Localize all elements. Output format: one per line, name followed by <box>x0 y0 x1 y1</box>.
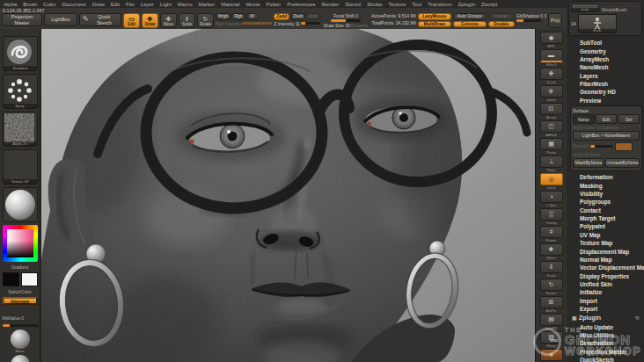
interact-button[interactable]: Interact <box>488 13 515 20</box>
tray-section[interactable]: Masking <box>568 181 642 189</box>
quick-sketch-button[interactable]: ✎ Quick Sketch <box>79 13 121 26</box>
tray-section[interactable]: ArrayMesh <box>568 55 642 63</box>
tray-section[interactable]: Preview <box>568 97 642 105</box>
main-color-swatch[interactable] <box>3 272 19 286</box>
alternate-button[interactable]: Alternate <box>3 297 38 305</box>
shelf-tool-button[interactable]: ◑ L.Sym <box>539 191 564 207</box>
menu-item[interactable]: Render <box>322 2 340 7</box>
menu-item[interactable]: Alpha <box>4 2 17 7</box>
menu-item[interactable]: Edit <box>111 2 120 7</box>
lightbox-button[interactable]: LightBox <box>44 13 77 26</box>
shelf-tool-button[interactable]: ✚ Move <box>539 243 564 260</box>
menu-item[interactable]: Picker <box>267 2 282 7</box>
tray-section[interactable]: Displacement Map <box>568 247 642 255</box>
gbl-shadow-slider[interactable] <box>516 19 541 22</box>
rgb-intensity-slider[interactable] <box>242 22 272 25</box>
menu-item[interactable]: Draw <box>92 2 105 7</box>
sculpt-viewport[interactable] <box>41 29 535 362</box>
rotate-button[interactable]: ↻Rotate <box>197 13 214 28</box>
menu-item[interactable]: Zscript <box>481 2 497 7</box>
menu-item[interactable]: Document <box>62 2 85 7</box>
tray-section[interactable]: FiberMesh <box>568 80 642 88</box>
zplugin-item[interactable]: Auto Update <box>568 322 642 330</box>
shelf-tool-button[interactable]: ⊥ Floor <box>539 156 564 172</box>
proj-button[interactable]: Proj <box>548 13 562 28</box>
menu-item[interactable]: Texture <box>389 2 406 7</box>
zplugin-item[interactable]: QuickSketch <box>568 356 642 362</box>
zadd-button[interactable]: Zadd <box>274 13 289 20</box>
lazymouse-button[interactable]: LazyMouse <box>418 13 451 20</box>
menu-item[interactable]: Tool <box>412 2 421 7</box>
tray-section[interactable]: Texture Map <box>568 239 642 247</box>
shelf-tool-button[interactable]: # Frame <box>539 226 564 243</box>
move-button[interactable]: ✥Move <box>160 13 177 28</box>
colorize-button[interactable]: Colorize <box>453 21 487 28</box>
rgb-button[interactable]: Rgb <box>231 13 245 20</box>
material-preview[interactable] <box>3 187 38 222</box>
shelf-tool-button[interactable]: ◫ AAHalf <box>539 120 564 137</box>
menu-item[interactable]: Light <box>160 2 172 7</box>
multidraw-button[interactable]: MultiDraw <box>418 21 451 28</box>
tool-thumbnail[interactable]: body <box>571 4 599 12</box>
shelf-tool-button[interactable]: ▤ LineFill <box>539 314 564 330</box>
brush-preview[interactable]: Standard <box>3 36 38 71</box>
lightbox-noisemakers-button[interactable]: LightBox > NoiseMakers <box>573 131 640 141</box>
shelf-tool-button[interactable]: ◉ BPR <box>539 32 564 48</box>
shelf-tool-button[interactable]: ■ Solo <box>539 349 564 362</box>
texture-preview[interactable]: Texture Off <box>3 149 38 185</box>
shelf-tool-button[interactable]: ◎ Local <box>539 173 564 190</box>
shelf-tool-button[interactable]: ⊕ Zoom <box>539 85 564 102</box>
shelf-tool-button[interactable]: ⇕ Scale <box>539 261 564 278</box>
projection-master-button[interactable]: Projection Master <box>2 13 42 26</box>
zplugin-item[interactable]: Projection Master <box>568 348 642 356</box>
zplugin-item[interactable]: Misc Utilities <box>568 331 642 339</box>
midvalue-slider[interactable] <box>3 324 38 327</box>
shelf-tool-button[interactable]: ▨ Ramp <box>539 331 564 348</box>
zsub-button[interactable]: Zsub <box>290 13 305 20</box>
alpha-preview[interactable]: Alpha 23 <box>3 112 38 147</box>
menu-item[interactable]: Stroke <box>367 2 382 7</box>
tray-section[interactable]: Vector Displacement Map <box>568 264 642 272</box>
shelf-tool-button[interactable]: ▒ Transp <box>539 208 564 225</box>
menu-item[interactable]: Movie <box>246 2 260 7</box>
noise-del-button[interactable]: Del <box>618 114 640 124</box>
tray-section[interactable]: NanoMesh <box>568 63 642 71</box>
mrgb-button[interactable]: Mrgb <box>216 13 231 20</box>
menu-item[interactable]: Color <box>43 2 55 7</box>
zplugin-item[interactable]: Deactivation <box>568 339 642 347</box>
tray-section[interactable]: Normal Map <box>568 256 642 264</box>
shelf-tool-button[interactable]: ↻ Rotate <box>539 279 564 295</box>
unmask-by-noise-button[interactable]: UnmaskByNoise <box>605 158 640 168</box>
tray-section[interactable]: Polypaint <box>568 222 642 230</box>
tray-section[interactable]: Morph Target <box>568 214 642 222</box>
menu-item[interactable]: Zplugin <box>457 2 475 7</box>
scale-button[interactable]: ⇕Scale <box>179 13 195 28</box>
draw-button[interactable]: ✚Draw <box>142 13 158 28</box>
menu-item[interactable]: Preferences <box>287 2 315 7</box>
tray-section[interactable]: Geometry <box>568 47 642 54</box>
shelf-tool-button[interactable]: ▦ Persp <box>539 138 564 155</box>
tool-thumbnail-body[interactable]: body <box>578 14 617 33</box>
shelf-tool-button[interactable]: ✥ Scroll <box>539 68 564 84</box>
tray-section[interactable]: Contact <box>568 206 642 214</box>
tray-section[interactable]: Visibility <box>568 190 642 198</box>
tray-section[interactable]: Display Properties <box>568 272 642 280</box>
tray-section[interactable]: Geometry HD <box>568 88 642 96</box>
secondary-color-swatch[interactable] <box>21 272 38 286</box>
quick-brush-item[interactable]: Move <box>11 329 30 353</box>
quick-brush-item[interactable]: Dam_Standard <box>8 355 32 362</box>
z-intensity-slider[interactable] <box>301 22 320 25</box>
tray-section[interactable]: Layers <box>568 72 642 80</box>
zcut-button[interactable]: Zcut <box>306 13 320 20</box>
noise-button[interactable]: Noise <box>573 114 595 124</box>
strength-slider[interactable] <box>590 145 613 148</box>
menu-item[interactable]: File <box>126 2 135 7</box>
menu-item[interactable]: Brush <box>23 2 37 7</box>
tray-section[interactable]: Export <box>568 305 642 313</box>
tray-section[interactable]: Import <box>568 297 642 305</box>
shelf-tool-button[interactable]: ▬ SPix 3 <box>539 49 564 67</box>
focal-shift-slider[interactable] <box>331 19 361 22</box>
noise-edit-button[interactable]: Edit <box>596 114 618 124</box>
color-picker[interactable] <box>3 225 38 262</box>
tray-section[interactable]: Unified Skin <box>568 280 642 288</box>
